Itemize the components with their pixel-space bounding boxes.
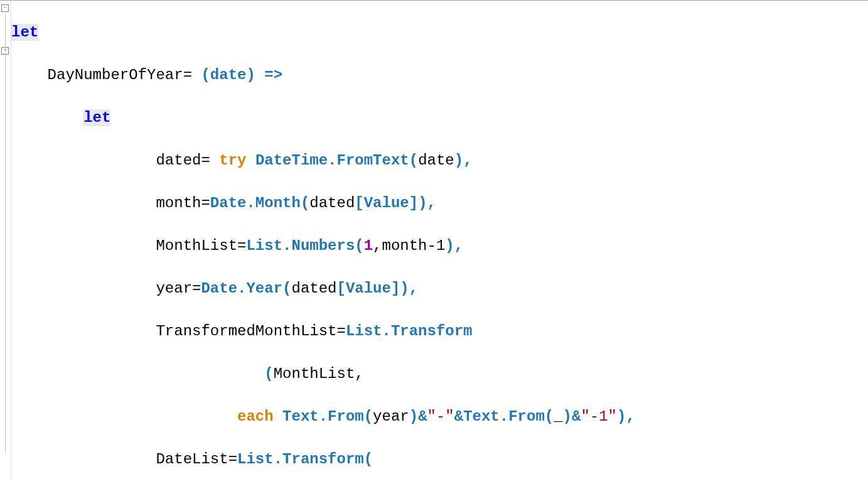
- keyword-let: let: [11, 24, 38, 41]
- code-line: MonthList=List.Numbers(1,month-1),: [11, 235, 868, 257]
- keyword-try: try: [219, 152, 246, 169]
- code-line: each Text.From(year)&"-"&Text.From(_)&"-…: [11, 406, 868, 428]
- code-line: TransformedMonthList=List.Transform: [11, 321, 868, 342]
- code-line: year=Date.Year(dated[Value]),: [11, 278, 868, 299]
- fold-toggle-icon[interactable]: [1, 4, 9, 12]
- code-line: month=Date.Month(dated[Value]),: [11, 193, 868, 214]
- code-line: let: [11, 107, 868, 129]
- fold-gutter: [0, 1, 11, 479]
- code-line: DayNumberOfYear= (date) =>: [11, 65, 868, 86]
- code-line: dated= try DateTime.FromText(date),: [11, 150, 868, 171]
- code-editor[interactable]: let DayNumberOfYear= (date) => let dated…: [0, 0, 868, 479]
- code-content[interactable]: let DayNumberOfYear= (date) => let dated…: [11, 1, 868, 479]
- code-line: let: [11, 22, 868, 43]
- code-line: (MonthList,: [11, 363, 868, 385]
- fold-guide: [5, 13, 6, 453]
- keyword-let: let: [83, 109, 110, 126]
- code-line: DateList=List.Transform(: [11, 449, 868, 470]
- keyword-each: each: [237, 408, 274, 425]
